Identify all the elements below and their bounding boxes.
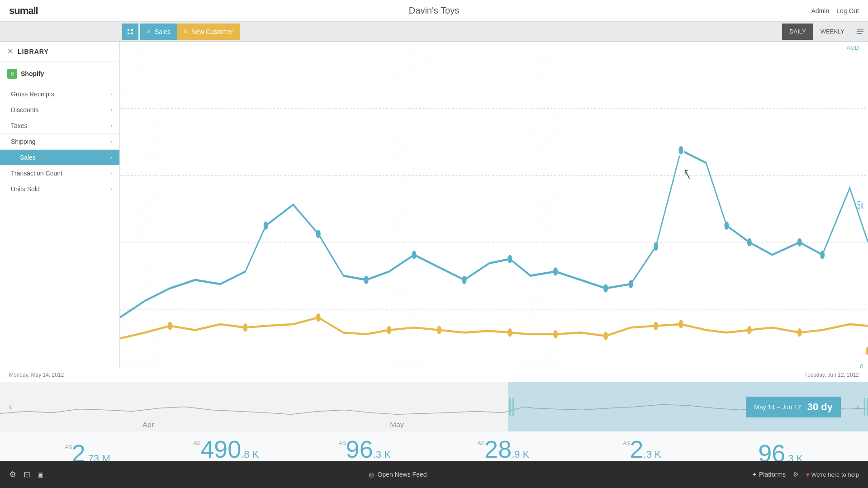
settings-icon[interactable]: ⚙ xyxy=(9,469,16,479)
platforms-button[interactable]: ✦ Platforms xyxy=(752,471,786,478)
tab-new-customer-close[interactable]: ✕ xyxy=(183,28,188,35)
sales-dot xyxy=(724,221,729,229)
date-range-selector[interactable]: May 14 – Jun 12 30 dy xyxy=(746,397,841,417)
sales-dot xyxy=(316,230,321,238)
sidebar-item-discounts[interactable]: Discounts › xyxy=(0,102,119,118)
chart-y-label-bottom: 0 xyxy=(860,362,863,368)
chevron-icon: › xyxy=(110,186,112,192)
tab-sales[interactable]: ✕ Sales xyxy=(140,24,177,40)
customer-dot xyxy=(316,313,321,322)
sidebar-item-shipping[interactable]: Shipping › xyxy=(0,134,119,150)
weekly-button[interactable]: WEEKLY xyxy=(813,24,852,40)
logo: sumall xyxy=(9,5,38,17)
stat-number-7days: 28.9 K xyxy=(484,437,529,461)
logout-link[interactable]: Log Out xyxy=(836,7,859,14)
sales-dot xyxy=(820,251,825,259)
sidebar-item-shipping-label: Shipping xyxy=(11,138,36,145)
grid-icon[interactable]: ▣ xyxy=(38,471,43,478)
svg-rect-1 xyxy=(128,33,129,34)
share-icon[interactable]: ⊡ xyxy=(24,469,30,479)
navigator-left-handle[interactable] xyxy=(509,398,511,416)
nav-next-button[interactable]: › xyxy=(851,400,864,414)
sidebar-item-transaction-count[interactable]: Transaction Count › xyxy=(0,166,119,181)
customer-dot xyxy=(243,323,247,332)
date-range-text: May 14 – Jun 12 xyxy=(754,403,801,411)
customer-dot xyxy=(654,322,658,330)
sales-dot xyxy=(654,242,658,251)
gear-settings-icon[interactable]: ⚙ xyxy=(793,471,799,478)
sidebar-item-units-sold[interactable]: Units Sold › xyxy=(0,181,119,197)
stat-prefix: A$ xyxy=(477,440,484,446)
app-title: Davin's Toys xyxy=(409,5,459,16)
currency-button[interactable] xyxy=(852,24,868,40)
date-range-duration: 30 dy xyxy=(807,401,833,413)
navigator-strip: ‹ Apr May May 14 – Jun 12 30 dy › xyxy=(0,382,868,431)
tab-sales-label: Sales xyxy=(155,28,171,35)
daily-button[interactable]: DAILY xyxy=(782,24,813,40)
nav-prev-button[interactable]: ‹ xyxy=(4,400,17,414)
sidebar: ✕ LIBRARY S Shopify Gross Receipts › Dis… xyxy=(0,42,120,368)
period-selector: DAILY WEEKLY xyxy=(782,24,868,40)
add-tab-button[interactable] xyxy=(122,24,138,40)
tab-sales-close[interactable]: ✕ xyxy=(147,28,151,35)
news-feed-button[interactable]: ◎ Open News Feed xyxy=(369,471,427,478)
sales-dot xyxy=(264,221,268,229)
sidebar-item-taxes[interactable]: Taxes › xyxy=(0,118,119,134)
header-actions: Admin Log Out xyxy=(811,7,859,14)
help-label: ♥ We're here to help xyxy=(806,471,859,478)
chart-dates: Monday, May 14, 2012 Tuesday, Jun 12, 20… xyxy=(0,368,868,382)
tab-new-customer[interactable]: ✕ New Customer xyxy=(177,24,240,40)
sales-dot xyxy=(412,251,416,259)
cursor-icon: ↖ xyxy=(683,165,691,183)
aud-label[interactable]: AUD xyxy=(847,44,859,51)
customer-dot xyxy=(168,322,172,330)
svg-rect-5 xyxy=(857,31,863,32)
customer-dot xyxy=(553,330,558,338)
navigator-month-apr: Apr xyxy=(142,421,154,428)
bottom-bar: ⚙ ⊡ ▣ ◎ Open News Feed ✦ Platforms ⚙ ♥ W… xyxy=(0,461,868,488)
tab-bar: ✕ Sales ✕ New Customer DAILY WEEKLY xyxy=(0,22,868,42)
customer-dot xyxy=(797,328,802,336)
chevron-icon: › xyxy=(110,138,112,145)
svg-rect-4 xyxy=(857,29,863,30)
shopify-section-title: Shopify xyxy=(21,70,44,77)
customer-dot xyxy=(508,328,512,336)
sales-dot xyxy=(364,276,369,284)
sidebar-close-button[interactable]: ✕ xyxy=(7,47,13,56)
sidebar-item-transaction-count-label: Transaction Count xyxy=(11,170,62,177)
navigator-left-handle-2[interactable] xyxy=(512,398,514,416)
sales-dot xyxy=(553,267,558,275)
stat-number-30days: 96.3 K xyxy=(346,437,391,461)
chart-y-label: 5k xyxy=(857,199,863,211)
customer-dot xyxy=(603,332,608,340)
chevron-icon: › xyxy=(110,170,112,176)
chevron-icon: › xyxy=(110,107,112,113)
sidebar-item-sales[interactable]: ✓ Sales › xyxy=(0,150,119,166)
admin-link[interactable]: Admin xyxy=(811,7,829,14)
checkmark-icon: ✓ xyxy=(11,154,16,161)
news-feed-icon: ◎ xyxy=(369,471,374,478)
chart-date-end: Tuesday, Jun 12, 2012 xyxy=(804,372,859,378)
sales-dot xyxy=(508,255,512,263)
bottom-left-tools: ⚙ ⊡ ▣ xyxy=(9,469,43,479)
header: sumall Davin's Toys Admin Log Out xyxy=(0,0,868,22)
chart-area: AUD xyxy=(120,42,868,368)
chart-date-start: Monday, May 14, 2012 xyxy=(9,372,64,378)
svg-rect-10 xyxy=(522,42,563,368)
sales-dot xyxy=(747,238,752,246)
navigator-month-may: May xyxy=(390,421,404,428)
sales-dot xyxy=(603,284,608,292)
news-feed-label: Open News Feed xyxy=(378,471,427,478)
main-chart: ↖ 5k 0 xyxy=(120,42,868,368)
stat-number-24hours: 2.3 K xyxy=(630,437,661,461)
stat-number-ytd: 490.8 K xyxy=(200,437,259,461)
heart-icon: ♥ xyxy=(806,471,810,478)
customer-dot xyxy=(387,326,391,334)
customer-dot xyxy=(747,326,752,334)
main-content: ✕ LIBRARY S Shopify Gross Receipts › Dis… xyxy=(0,42,868,368)
bottom-right-tools: ✦ Platforms ⚙ ♥ We're here to help xyxy=(752,471,859,478)
svg-rect-0 xyxy=(128,29,129,31)
sidebar-item-gross-receipts[interactable]: Gross Receipts › xyxy=(0,86,119,102)
sidebar-item-sales-label: Sales xyxy=(20,154,36,161)
chevron-icon: › xyxy=(110,123,112,129)
